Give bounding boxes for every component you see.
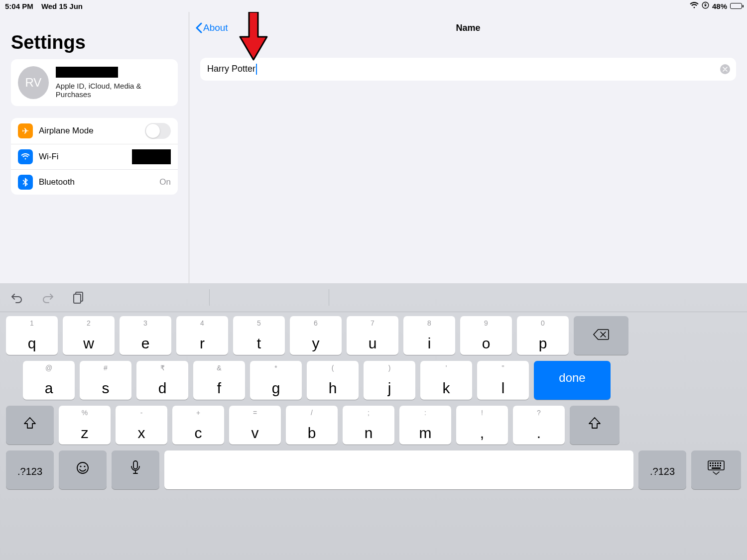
key-z[interactable]: %z (59, 406, 111, 445)
dictation-key[interactable] (112, 450, 159, 478)
key-o[interactable]: 9o (460, 316, 512, 355)
settings-sidebar: Settings RV Apple ID, iCloud, Media & Pu… (0, 12, 189, 283)
key-q[interactable]: 1q (6, 316, 58, 355)
svg-rect-7 (133, 461, 137, 469)
backspace-key[interactable] (574, 316, 628, 355)
wifi-row-icon (18, 149, 33, 164)
key-a[interactable]: @a (23, 361, 75, 400)
numeric-key-left[interactable]: .?123 (6, 450, 54, 478)
airplane-toggle[interactable] (145, 123, 171, 139)
key-f[interactable]: &f (193, 361, 245, 400)
airplane-label: Airplane Mode (39, 126, 145, 136)
key-.[interactable]: ?. (513, 406, 565, 445)
key-r[interactable]: 4r (176, 316, 228, 355)
key-x[interactable]: -x (116, 406, 167, 445)
key-b[interactable]: /b (286, 406, 338, 445)
key-d[interactable]: ₹d (136, 361, 188, 400)
key-t[interactable]: 5t (233, 316, 285, 355)
chevron-left-icon (195, 22, 202, 33)
key-i[interactable]: 8i (403, 316, 455, 355)
avatar: RV (18, 66, 49, 99)
annotation-arrow (239, 12, 268, 57)
shift-key-right[interactable] (570, 406, 620, 445)
back-button[interactable]: About (189, 22, 228, 33)
settings-title: Settings (0, 32, 189, 59)
status-date: Wed 15 Jun (41, 2, 83, 10)
key-,[interactable]: !, (456, 406, 508, 445)
svg-point-5 (80, 465, 81, 467)
bluetooth-icon (18, 175, 33, 190)
key-v[interactable]: =v (229, 406, 281, 445)
name-input[interactable]: Harry Potter (207, 64, 637, 75)
bluetooth-value: On (159, 177, 171, 187)
key-j[interactable]: )j (364, 361, 415, 400)
airplane-icon: ✈︎ (18, 123, 33, 138)
svg-point-6 (84, 465, 85, 467)
row-bluetooth[interactable]: Bluetooth On (11, 170, 178, 195)
key-p[interactable]: 0p (517, 316, 569, 355)
clipboard-button[interactable] (71, 290, 87, 306)
text-cursor (256, 64, 257, 75)
back-label: About (203, 22, 228, 33)
key-w[interactable]: 2w (63, 316, 115, 355)
key-m[interactable]: :m (399, 406, 451, 445)
bluetooth-label: Bluetooth (39, 177, 159, 187)
key-c[interactable]: +c (172, 406, 224, 445)
wifi-label: Wi-Fi (39, 152, 132, 162)
wifi-network-redacted (132, 149, 171, 164)
detail-pane: About Name Harry Potter (189, 12, 637, 283)
apple-id-card[interactable]: RV Apple ID, iCloud, Media & Purchases (11, 59, 178, 106)
undo-button[interactable] (9, 290, 25, 306)
status-bar: 5:04 PM Wed 15 Jun 48% (0, 0, 637, 12)
keyboard: 1q2w3e4r5t6y7u8i9o0p @a#s₹d&f*g(h)j'k"ld… (0, 283, 637, 478)
done-key[interactable]: done (534, 361, 611, 400)
space-key[interactable] (164, 450, 633, 478)
key-s[interactable]: #s (80, 361, 131, 400)
key-y[interactable]: 6y (290, 316, 342, 355)
shift-key-left[interactable] (6, 406, 54, 445)
svg-point-4 (77, 462, 88, 473)
key-u[interactable]: 7u (347, 316, 398, 355)
status-time: 5:04 PM (5, 2, 33, 10)
redo-button[interactable] (40, 290, 56, 306)
account-name-redacted (56, 67, 118, 78)
account-subtitle: Apple ID, iCloud, Media & Purchases (56, 82, 171, 99)
emoji-key[interactable] (59, 450, 107, 478)
key-h[interactable]: (h (307, 361, 359, 400)
row-wifi[interactable]: Wi-Fi (11, 144, 178, 170)
key-e[interactable]: 3e (120, 316, 171, 355)
key-k[interactable]: 'k (420, 361, 472, 400)
key-l[interactable]: "l (477, 361, 529, 400)
svg-rect-3 (74, 294, 81, 303)
key-g[interactable]: *g (250, 361, 302, 400)
row-airplane-mode[interactable]: ✈︎ Airplane Mode (11, 118, 178, 144)
key-n[interactable]: ;n (343, 406, 394, 445)
